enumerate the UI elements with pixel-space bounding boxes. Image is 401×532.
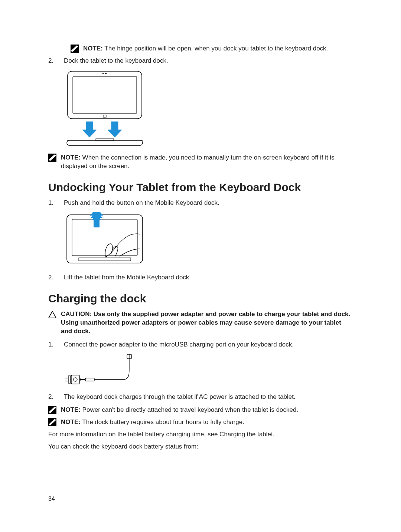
svg-rect-20 bbox=[71, 375, 79, 384]
note-text: NOTE: When the connection is made, you n… bbox=[61, 154, 353, 171]
note-icon bbox=[48, 418, 58, 426]
note-icon bbox=[48, 154, 58, 162]
step-text: Push and hold the button on the Mobile K… bbox=[64, 199, 353, 207]
step-number: 2. bbox=[48, 57, 64, 65]
note-icon bbox=[71, 45, 80, 53]
note-power-travel: NOTE: Power can't be directly attached t… bbox=[48, 406, 353, 414]
note-text: NOTE: The hinge position will be open, w… bbox=[83, 45, 328, 53]
document-page: NOTE: The hinge position will be open, w… bbox=[0, 0, 401, 532]
note-text: NOTE: Power can't be directly attached t… bbox=[61, 406, 298, 414]
svg-rect-23 bbox=[85, 378, 94, 381]
dock-step-2: 2. Dock the tablet to the keyboard dock. bbox=[48, 57, 353, 65]
note-text: NOTE: The dock battery requires about fo… bbox=[61, 418, 244, 427]
svg-rect-6 bbox=[86, 122, 93, 130]
heading-undocking: Undocking Your Tablet from the Keyboard … bbox=[48, 181, 353, 194]
svg-rect-1 bbox=[68, 71, 142, 119]
note-hinge: NOTE: The hinge position will be open, w… bbox=[71, 45, 353, 53]
svg-rect-5 bbox=[103, 115, 106, 117]
undock-step-1: 1. Push and hold the button on the Mobil… bbox=[48, 199, 353, 207]
note-charge-time: NOTE: The dock battery requires about fo… bbox=[48, 418, 353, 427]
step-text: Lift the tablet from the Mobile Keyboard… bbox=[64, 273, 353, 282]
step-number: 1. bbox=[48, 341, 64, 349]
page-number: 34 bbox=[48, 496, 55, 502]
undock-step-2: 2. Lift the tablet from the Mobile Keybo… bbox=[48, 273, 353, 282]
svg-rect-16 bbox=[79, 258, 131, 261]
note-icon bbox=[48, 406, 58, 414]
step-number: 2. bbox=[48, 393, 64, 401]
svg-rect-15 bbox=[94, 217, 100, 227]
caution-icon bbox=[48, 310, 58, 321]
figure-undock bbox=[64, 212, 353, 267]
figure-dock-tablet bbox=[64, 70, 353, 148]
para-check-status: You can check the keyboard dock battery … bbox=[48, 443, 353, 451]
caution-text: CAUTION: Use only the supplied power ada… bbox=[61, 310, 353, 336]
step-text: The keyboard dock charges through the ta… bbox=[64, 393, 353, 401]
svg-rect-19 bbox=[68, 376, 71, 383]
figure-charger bbox=[64, 354, 353, 387]
svg-point-21 bbox=[74, 378, 77, 381]
para-more-info: For more information on the tablet batte… bbox=[48, 430, 353, 439]
caution-power: CAUTION: Use only the supplied power ada… bbox=[48, 310, 353, 336]
svg-rect-13 bbox=[72, 219, 137, 256]
svg-rect-10 bbox=[96, 139, 114, 141]
svg-rect-7 bbox=[111, 122, 118, 130]
svg-rect-4 bbox=[105, 73, 107, 74]
charge-step-2: 2. The keyboard dock charges through the… bbox=[48, 393, 353, 401]
svg-rect-3 bbox=[102, 73, 104, 74]
note-connection: NOTE: When the connection is made, you n… bbox=[48, 154, 353, 171]
charge-step-1: 1. Connect the power adapter to the micr… bbox=[48, 341, 353, 349]
step-number: 1. bbox=[48, 199, 64, 207]
step-text: Dock the tablet to the keyboard dock. bbox=[64, 57, 353, 65]
heading-charging: Charging the dock bbox=[48, 292, 353, 305]
step-number: 2. bbox=[48, 273, 64, 282]
svg-rect-2 bbox=[73, 76, 137, 114]
step-text: Connect the power adapter to the microUS… bbox=[64, 341, 353, 349]
